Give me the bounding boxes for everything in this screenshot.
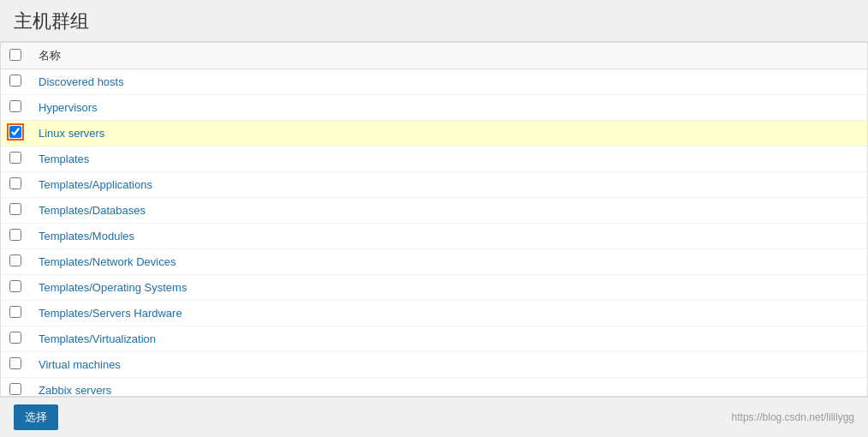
row-checkbox-cell (1, 121, 30, 147)
row-checkbox-cell (1, 224, 30, 249)
row-label-cell: Virtual machines (30, 352, 867, 378)
table-row: Templates/Virtualization (1, 326, 867, 352)
table-body: Discovered hostsHypervisorsLinux servers… (1, 69, 867, 398)
row-checkbox-cell (1, 147, 30, 172)
row-checkbox[interactable] (9, 280, 21, 292)
table-row: Zabbix servers (1, 378, 867, 398)
row-link[interactable]: Hypervisors (39, 101, 98, 114)
row-link[interactable]: Discovered hosts (39, 75, 124, 88)
row-label-cell: Templates/Servers Hardware (30, 301, 867, 326)
row-checkbox-cell (1, 326, 30, 352)
row-checkbox-cell (1, 301, 30, 326)
row-link[interactable]: Templates/Operating Systems (39, 281, 187, 294)
row-label-cell: Templates/Operating Systems (30, 275, 867, 301)
row-checkbox-cell (1, 198, 30, 224)
row-checkbox[interactable] (9, 357, 21, 369)
row-link[interactable]: Templates/Databases (39, 204, 146, 217)
table-row: Templates/Modules (1, 224, 867, 249)
row-link[interactable]: Templates/Applications (39, 178, 152, 191)
row-checkbox[interactable] (9, 254, 21, 266)
row-label-cell: Templates/Databases (30, 198, 867, 224)
row-checkbox-cell (1, 378, 30, 398)
row-checkbox[interactable] (9, 100, 21, 112)
select-button[interactable]: 选择 (14, 404, 58, 430)
row-checkbox[interactable] (9, 383, 21, 395)
row-label-cell: Templates/Applications (30, 172, 867, 198)
row-label-cell: Zabbix servers (30, 378, 867, 398)
table-row: Linux servers (1, 121, 867, 147)
row-link[interactable]: Templates/Virtualization (39, 332, 156, 345)
header-checkbox-cell (1, 43, 30, 69)
row-link[interactable]: Templates/Modules (39, 230, 134, 242)
table-row: Hypervisors (1, 95, 867, 121)
row-link[interactable]: Zabbix servers (39, 384, 111, 397)
row-checkbox-cell (1, 172, 30, 198)
row-checkbox[interactable] (9, 75, 21, 87)
table-row: Templates/Network Devices (1, 249, 867, 275)
row-checkbox-cell (1, 275, 30, 301)
page-title: 主机群组 (14, 9, 854, 34)
row-link[interactable]: Templates/Network Devices (39, 255, 175, 268)
row-label-cell: Hypervisors (30, 95, 867, 121)
table-row: Virtual machines (1, 352, 867, 378)
row-checkbox[interactable] (9, 126, 21, 138)
row-label-cell: Discovered hosts (30, 69, 867, 95)
footer-url: https://blog.csdn.net/lililygg (732, 411, 854, 423)
row-checkbox-cell (1, 69, 30, 95)
row-checkbox[interactable] (9, 306, 21, 318)
row-checkbox[interactable] (9, 203, 21, 215)
table-row: Templates/Servers Hardware (1, 301, 867, 326)
table-row: Templates/Applications (1, 172, 867, 198)
row-checkbox[interactable] (9, 152, 21, 164)
row-label-cell: Templates/Modules (30, 224, 867, 249)
row-checkbox-cell (1, 352, 30, 378)
row-label-cell: Linux servers (30, 121, 867, 147)
row-checkbox-cell (1, 95, 30, 121)
page-container: 主机群组 名称 Discovered hostsHypervisorsLinux… (0, 0, 868, 437)
table-row: Templates/Operating Systems (1, 275, 867, 301)
host-groups-table: 名称 Discovered hostsHypervisorsLinux serv… (1, 43, 867, 397)
select-all-checkbox[interactable] (9, 49, 21, 61)
footer-bar: 选择 https://blog.csdn.net/lililygg (0, 397, 868, 437)
row-label-cell: Templates/Virtualization (30, 326, 867, 352)
table-row: Discovered hosts (1, 69, 867, 95)
table-container: 名称 Discovered hostsHypervisorsLinux serv… (0, 42, 868, 397)
row-link[interactable]: Virtual machines (39, 358, 121, 371)
row-checkbox-cell (1, 249, 30, 275)
row-checkbox[interactable] (9, 332, 21, 344)
table-header-row: 名称 (1, 43, 867, 69)
row-link[interactable]: Templates (39, 153, 89, 165)
row-link[interactable]: Templates/Servers Hardware (39, 307, 182, 320)
row-link[interactable]: Linux servers (39, 127, 104, 140)
table-row: Templates (1, 147, 867, 172)
row-checkbox[interactable] (9, 229, 21, 241)
row-label-cell: Templates/Network Devices (30, 249, 867, 275)
row-label-cell: Templates (30, 147, 867, 172)
row-checkbox[interactable] (9, 177, 21, 189)
page-header: 主机群组 (0, 0, 868, 42)
column-name-header: 名称 (30, 43, 867, 69)
table-row: Templates/Databases (1, 198, 867, 224)
